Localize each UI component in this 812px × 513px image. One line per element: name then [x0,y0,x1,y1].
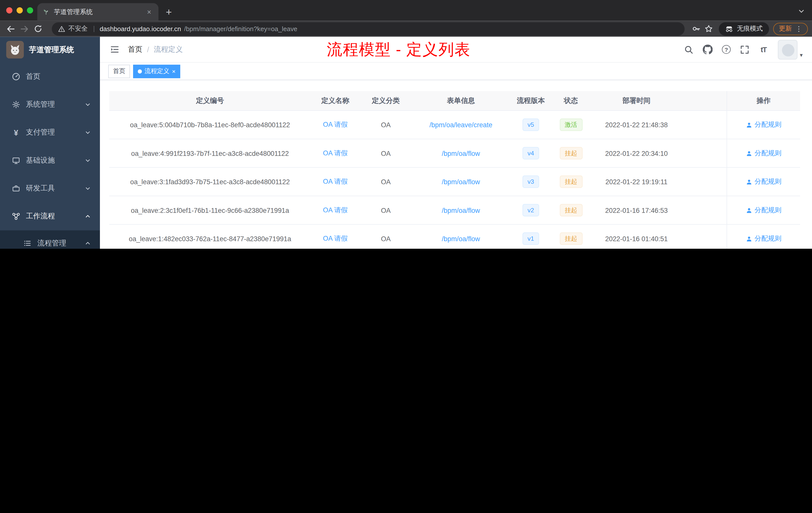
sidebar-item-process-management[interactable]: 流程管理 [0,231,100,249]
status-cell: 激活 [552,111,590,139]
chevron-down-icon [85,185,91,191]
assign-rule-link[interactable]: 分配规则 [746,206,781,215]
definition-id-cell: oa_leave:4:991f2193-7b7f-11ec-a3c8-acde4… [109,139,311,167]
forward-icon[interactable] [18,22,31,36]
url-divider [93,26,94,32]
sidebar-item-infrastructure[interactable]: 基础设施 [0,147,100,175]
sidebar: 芋道管理系统 首页 系统管理 ¥ 支付管理 基础设施 [0,37,100,249]
browser-update-button[interactable]: 更新 ⋮ [773,23,808,35]
update-label: 更新 [779,24,792,33]
user-icon [746,150,753,157]
incognito-label: 无痕模式 [737,24,763,33]
assign-rule-link[interactable]: 分配规则 [746,120,781,129]
sidebar-item-dev-tools[interactable]: 研发工具 [0,175,100,202]
filler-cell [683,224,726,249]
form-info-link[interactable]: /bpm/oa/flow [442,206,480,214]
user-icon [746,178,753,185]
sidebar-item-label: 支付管理 [26,128,55,137]
table-row: oa_leave:1:482ec033-762a-11ec-8477-a2380… [109,224,800,249]
definition-table: 定义编号 定义名称 定义分类 表单信息 流程版本 状态 部署时间 操作 [109,91,800,249]
navbar-actions: ? tT ▾ [683,40,803,59]
form-info-link[interactable]: /bpm/oa/flow [442,235,480,242]
font-size-icon[interactable]: tT [757,43,770,56]
col-definition-name: 定义名称 [311,91,360,110]
assign-rule-label: 分配规则 [754,206,781,215]
workflow-icon [11,212,21,221]
breadcrumb-home[interactable]: 首页 [128,45,142,54]
close-window-button[interactable] [6,7,12,13]
user-menu[interactable]: ▾ [778,40,803,59]
version-cell: v4 [510,139,552,167]
fullscreen-icon[interactable] [739,43,751,56]
zoom-window-button[interactable] [27,7,33,13]
browser-menu-dots-icon[interactable]: ⋮ [795,25,802,33]
security-warning-icon [58,25,65,32]
assign-rule-link[interactable]: 分配规则 [746,177,781,186]
assign-rule-link[interactable]: 分配规则 [746,149,781,158]
status-cell: 挂起 [552,139,590,167]
page-annotation: 流程模型 - 定义列表 [327,39,470,60]
definition-name-link[interactable]: OA 请假 [323,149,348,158]
table-row: oa_leave:3:1fad3d93-7b75-11ec-a3c8-acde4… [109,168,800,196]
status-tag: 挂起 [560,147,582,160]
assign-rule-label: 分配规则 [754,177,781,186]
back-icon[interactable] [4,22,18,36]
sidebar-item-home[interactable]: 首页 [0,63,100,91]
tag-close-icon[interactable]: × [172,68,175,74]
deploy-time-cell: 2022-01-16 17:46:53 [590,196,683,224]
definition-id-cell: oa_leave:3:1fad3d93-7b75-11ec-a3c8-acde4… [109,168,311,195]
tag-process-definition[interactable]: 流程定义 × [133,64,180,78]
form-info-link[interactable]: /bpm/oa/leave/create [429,121,492,129]
tag-home[interactable]: 首页 [108,64,130,78]
window-controls [6,7,33,13]
bookmark-star-icon[interactable] [702,23,715,35]
definition-name-link[interactable]: OA 请假 [323,206,348,215]
tab-search-chevron-icon[interactable] [798,8,805,14]
chevron-down-icon [85,130,91,135]
reload-icon[interactable] [31,22,45,36]
sidebar-item-label: 研发工具 [26,184,55,193]
help-icon[interactable]: ? [720,43,733,56]
sidebar-toggle-icon[interactable] [105,40,124,59]
sidebar-logo[interactable]: 芋道管理系统 [0,37,100,62]
actions-cell: 分配规则 [727,111,800,139]
password-key-icon[interactable] [690,23,702,35]
sidebar-item-payment[interactable]: ¥ 支付管理 [0,118,100,146]
browser-tab[interactable]: 芋道管理系统 × [37,3,159,21]
new-tab-button[interactable]: + [162,5,176,19]
page-content: 定义编号 定义名称 定义分类 表单信息 流程版本 状态 部署时间 操作 [100,80,812,249]
address-bar[interactable]: 不安全 dashboard.yudao.iocoder.cn/bpm/manag… [52,22,685,36]
user-icon [746,235,753,242]
definition-category-cell: OA [360,139,411,167]
col-deploy-time: 部署时间 [590,91,683,110]
filler-cell [683,196,726,224]
form-info-link[interactable]: /bpm/oa/flow [442,178,480,185]
definition-name-link[interactable]: OA 请假 [323,234,348,243]
form-info-cell: /bpm/oa/flow [412,139,510,167]
question-mark-icon: ? [722,45,731,54]
sidebar-item-system[interactable]: 系统管理 [0,91,100,118]
form-info-link[interactable]: /bpm/oa/flow [442,149,480,157]
sidebar-item-workflow[interactable]: 工作流程 [0,202,100,230]
search-icon[interactable] [683,43,695,56]
deploy-time-cell: 2022-01-16 01:40:51 [590,224,683,249]
table-row: oa_leave:4:991f2193-7b7f-11ec-a3c8-acde4… [109,139,800,168]
definition-category-cell: OA [360,224,411,249]
assign-rule-link[interactable]: 分配规则 [746,234,781,243]
definition-name-cell: OA 请假 [311,196,360,224]
sidebar-item-label: 流程管理 [37,239,66,248]
github-icon[interactable] [701,43,714,56]
tab-close-icon[interactable]: × [145,8,153,16]
tag-label: 首页 [113,67,125,76]
minimize-window-button[interactable] [17,7,23,13]
definition-name-link[interactable]: OA 请假 [323,120,348,129]
col-form-info: 表单信息 [412,91,510,110]
actions-cell: 分配规则 [727,224,800,249]
definition-name-link[interactable]: OA 请假 [323,177,348,186]
avatar [778,40,798,59]
definition-id-cell: oa_leave:5:004b710b-7b8a-11ec-8ef0-acde4… [109,111,311,139]
table-row: oa_leave:2:3c1f0ef1-76b1-11ec-9c66-a2380… [109,196,800,224]
app-frame: 芋道管理系统 首页 系统管理 ¥ 支付管理 基础设施 [0,37,812,249]
incognito-icon [725,25,733,33]
deploy-time-cell: 2022-01-22 21:48:38 [590,111,683,139]
